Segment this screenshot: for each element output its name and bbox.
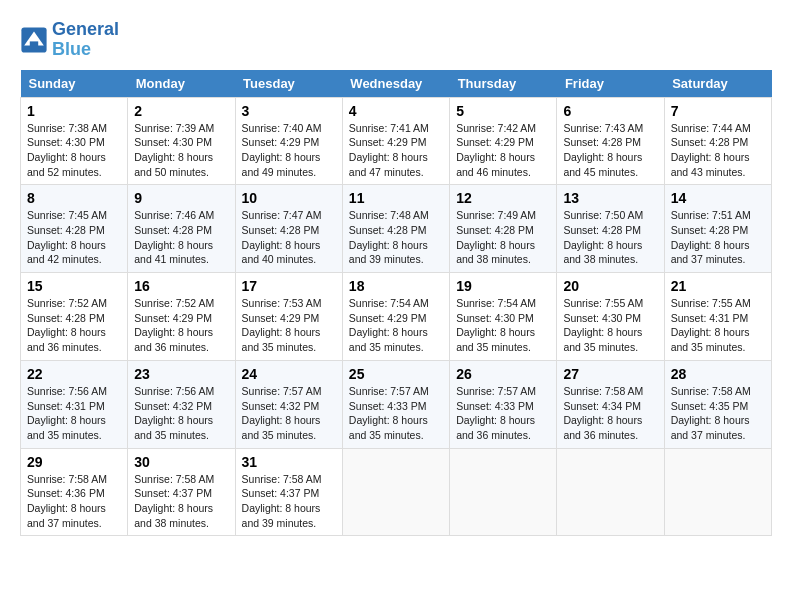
cell-info: Sunrise: 7:58 AM Sunset: 4:35 PM Dayligh…	[671, 384, 765, 443]
cell-info: Sunrise: 7:44 AM Sunset: 4:28 PM Dayligh…	[671, 121, 765, 180]
day-number: 4	[349, 103, 443, 119]
day-header-tuesday: Tuesday	[235, 70, 342, 98]
day-number: 29	[27, 454, 121, 470]
calendar-cell: 2 Sunrise: 7:39 AM Sunset: 4:30 PM Dayli…	[128, 97, 235, 185]
calendar-cell: 29 Sunrise: 7:58 AM Sunset: 4:36 PM Dayl…	[21, 448, 128, 536]
day-number: 22	[27, 366, 121, 382]
day-number: 21	[671, 278, 765, 294]
calendar-cell: 7 Sunrise: 7:44 AM Sunset: 4:28 PM Dayli…	[664, 97, 771, 185]
calendar-cell: 28 Sunrise: 7:58 AM Sunset: 4:35 PM Dayl…	[664, 360, 771, 448]
day-number: 14	[671, 190, 765, 206]
calendar-cell: 30 Sunrise: 7:58 AM Sunset: 4:37 PM Dayl…	[128, 448, 235, 536]
cell-info: Sunrise: 7:39 AM Sunset: 4:30 PM Dayligh…	[134, 121, 228, 180]
cell-info: Sunrise: 7:56 AM Sunset: 4:31 PM Dayligh…	[27, 384, 121, 443]
cell-info: Sunrise: 7:55 AM Sunset: 4:30 PM Dayligh…	[563, 296, 657, 355]
calendar-cell: 27 Sunrise: 7:58 AM Sunset: 4:34 PM Dayl…	[557, 360, 664, 448]
day-number: 17	[242, 278, 336, 294]
cell-info: Sunrise: 7:58 AM Sunset: 4:36 PM Dayligh…	[27, 472, 121, 531]
day-number: 11	[349, 190, 443, 206]
cell-info: Sunrise: 7:46 AM Sunset: 4:28 PM Dayligh…	[134, 208, 228, 267]
day-number: 2	[134, 103, 228, 119]
calendar-cell: 25 Sunrise: 7:57 AM Sunset: 4:33 PM Dayl…	[342, 360, 449, 448]
day-number: 30	[134, 454, 228, 470]
calendar-week-2: 8 Sunrise: 7:45 AM Sunset: 4:28 PM Dayli…	[21, 185, 772, 273]
calendar-cell: 26 Sunrise: 7:57 AM Sunset: 4:33 PM Dayl…	[450, 360, 557, 448]
calendar-week-4: 22 Sunrise: 7:56 AM Sunset: 4:31 PM Dayl…	[21, 360, 772, 448]
logo-icon	[20, 26, 48, 54]
day-number: 23	[134, 366, 228, 382]
calendar-cell	[664, 448, 771, 536]
cell-info: Sunrise: 7:54 AM Sunset: 4:29 PM Dayligh…	[349, 296, 443, 355]
day-header-monday: Monday	[128, 70, 235, 98]
calendar-cell: 11 Sunrise: 7:48 AM Sunset: 4:28 PM Dayl…	[342, 185, 449, 273]
cell-info: Sunrise: 7:58 AM Sunset: 4:37 PM Dayligh…	[134, 472, 228, 531]
day-number: 31	[242, 454, 336, 470]
calendar-cell: 14 Sunrise: 7:51 AM Sunset: 4:28 PM Dayl…	[664, 185, 771, 273]
calendar-cell: 31 Sunrise: 7:58 AM Sunset: 4:37 PM Dayl…	[235, 448, 342, 536]
header: General Blue	[20, 20, 772, 60]
day-header-saturday: Saturday	[664, 70, 771, 98]
day-number: 27	[563, 366, 657, 382]
calendar-cell: 15 Sunrise: 7:52 AM Sunset: 4:28 PM Dayl…	[21, 273, 128, 361]
day-number: 19	[456, 278, 550, 294]
calendar-cell: 8 Sunrise: 7:45 AM Sunset: 4:28 PM Dayli…	[21, 185, 128, 273]
calendar-cell: 18 Sunrise: 7:54 AM Sunset: 4:29 PM Dayl…	[342, 273, 449, 361]
calendar-cell: 16 Sunrise: 7:52 AM Sunset: 4:29 PM Dayl…	[128, 273, 235, 361]
day-number: 3	[242, 103, 336, 119]
calendar-cell: 19 Sunrise: 7:54 AM Sunset: 4:30 PM Dayl…	[450, 273, 557, 361]
calendar-body: 1 Sunrise: 7:38 AM Sunset: 4:30 PM Dayli…	[21, 97, 772, 536]
day-number: 16	[134, 278, 228, 294]
day-header-wednesday: Wednesday	[342, 70, 449, 98]
day-number: 10	[242, 190, 336, 206]
cell-info: Sunrise: 7:54 AM Sunset: 4:30 PM Dayligh…	[456, 296, 550, 355]
calendar-cell: 5 Sunrise: 7:42 AM Sunset: 4:29 PM Dayli…	[450, 97, 557, 185]
calendar-cell	[557, 448, 664, 536]
day-number: 6	[563, 103, 657, 119]
day-number: 26	[456, 366, 550, 382]
logo: General Blue	[20, 20, 119, 60]
day-number: 20	[563, 278, 657, 294]
day-header-thursday: Thursday	[450, 70, 557, 98]
day-number: 8	[27, 190, 121, 206]
cell-info: Sunrise: 7:55 AM Sunset: 4:31 PM Dayligh…	[671, 296, 765, 355]
logo-text: General Blue	[52, 20, 119, 60]
day-number: 18	[349, 278, 443, 294]
day-number: 24	[242, 366, 336, 382]
svg-rect-2	[30, 41, 38, 48]
calendar-week-3: 15 Sunrise: 7:52 AM Sunset: 4:28 PM Dayl…	[21, 273, 772, 361]
day-number: 1	[27, 103, 121, 119]
calendar-cell: 17 Sunrise: 7:53 AM Sunset: 4:29 PM Dayl…	[235, 273, 342, 361]
cell-info: Sunrise: 7:49 AM Sunset: 4:28 PM Dayligh…	[456, 208, 550, 267]
calendar-cell: 4 Sunrise: 7:41 AM Sunset: 4:29 PM Dayli…	[342, 97, 449, 185]
day-number: 28	[671, 366, 765, 382]
day-number: 12	[456, 190, 550, 206]
cell-info: Sunrise: 7:56 AM Sunset: 4:32 PM Dayligh…	[134, 384, 228, 443]
calendar-cell: 23 Sunrise: 7:56 AM Sunset: 4:32 PM Dayl…	[128, 360, 235, 448]
cell-info: Sunrise: 7:57 AM Sunset: 4:33 PM Dayligh…	[456, 384, 550, 443]
cell-info: Sunrise: 7:48 AM Sunset: 4:28 PM Dayligh…	[349, 208, 443, 267]
day-number: 5	[456, 103, 550, 119]
cell-info: Sunrise: 7:53 AM Sunset: 4:29 PM Dayligh…	[242, 296, 336, 355]
calendar-cell: 3 Sunrise: 7:40 AM Sunset: 4:29 PM Dayli…	[235, 97, 342, 185]
cell-info: Sunrise: 7:40 AM Sunset: 4:29 PM Dayligh…	[242, 121, 336, 180]
calendar-cell: 10 Sunrise: 7:47 AM Sunset: 4:28 PM Dayl…	[235, 185, 342, 273]
cell-info: Sunrise: 7:42 AM Sunset: 4:29 PM Dayligh…	[456, 121, 550, 180]
day-number: 25	[349, 366, 443, 382]
calendar-cell: 21 Sunrise: 7:55 AM Sunset: 4:31 PM Dayl…	[664, 273, 771, 361]
calendar-cell: 22 Sunrise: 7:56 AM Sunset: 4:31 PM Dayl…	[21, 360, 128, 448]
day-header-friday: Friday	[557, 70, 664, 98]
calendar-week-5: 29 Sunrise: 7:58 AM Sunset: 4:36 PM Dayl…	[21, 448, 772, 536]
calendar-cell: 12 Sunrise: 7:49 AM Sunset: 4:28 PM Dayl…	[450, 185, 557, 273]
cell-info: Sunrise: 7:45 AM Sunset: 4:28 PM Dayligh…	[27, 208, 121, 267]
cell-info: Sunrise: 7:58 AM Sunset: 4:37 PM Dayligh…	[242, 472, 336, 531]
calendar-cell: 1 Sunrise: 7:38 AM Sunset: 4:30 PM Dayli…	[21, 97, 128, 185]
cell-info: Sunrise: 7:50 AM Sunset: 4:28 PM Dayligh…	[563, 208, 657, 267]
cell-info: Sunrise: 7:57 AM Sunset: 4:33 PM Dayligh…	[349, 384, 443, 443]
calendar-cell: 9 Sunrise: 7:46 AM Sunset: 4:28 PM Dayli…	[128, 185, 235, 273]
day-number: 7	[671, 103, 765, 119]
calendar-header-row: SundayMondayTuesdayWednesdayThursdayFrid…	[21, 70, 772, 98]
cell-info: Sunrise: 7:38 AM Sunset: 4:30 PM Dayligh…	[27, 121, 121, 180]
day-header-sunday: Sunday	[21, 70, 128, 98]
cell-info: Sunrise: 7:41 AM Sunset: 4:29 PM Dayligh…	[349, 121, 443, 180]
calendar-week-1: 1 Sunrise: 7:38 AM Sunset: 4:30 PM Dayli…	[21, 97, 772, 185]
